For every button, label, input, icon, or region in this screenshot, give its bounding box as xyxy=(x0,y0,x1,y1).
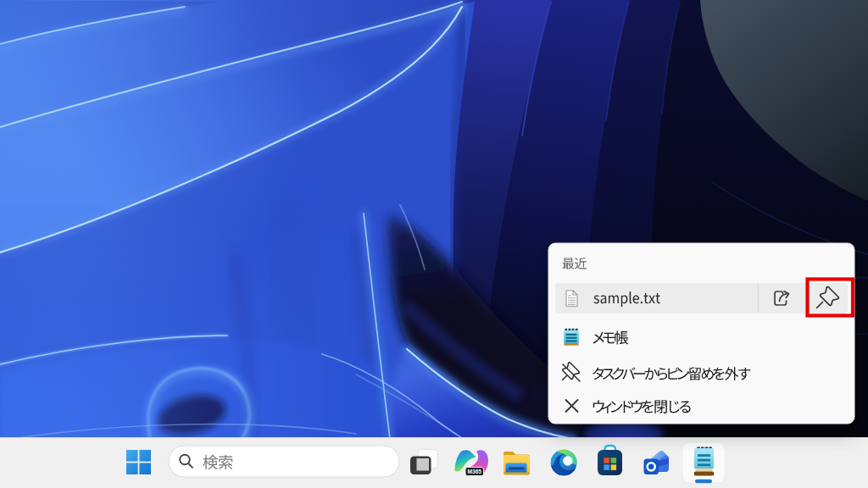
svg-text:M365: M365 xyxy=(468,469,482,474)
